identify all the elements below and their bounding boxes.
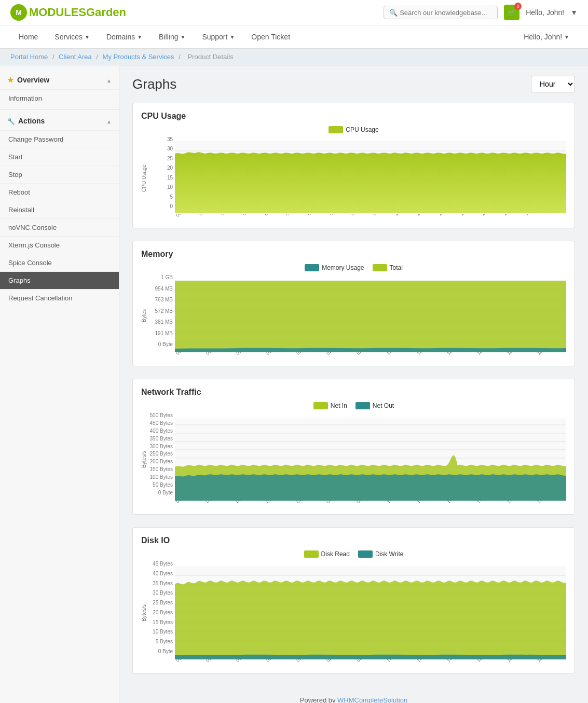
cpu-legend-color bbox=[329, 126, 343, 133]
memory-usage-legend-item: Memory Usage bbox=[305, 264, 364, 271]
diskio-svg-chart bbox=[175, 566, 566, 659]
memory-y-axis: 1 GB 954 MB 763 MB 572 MB 381 MB 191 MB … bbox=[148, 274, 175, 347]
logo-colored: Garden bbox=[86, 6, 126, 19]
user-dropdown-icon[interactable]: ▼ bbox=[570, 8, 578, 17]
nav-open-ticket[interactable]: Open Ticket bbox=[243, 25, 298, 48]
network-chart-inner: 09:24:00 09:28:00 09:32:00 09:38:00 09:4… bbox=[175, 418, 566, 506]
cpu-y-axis-label: CPU Usage bbox=[141, 164, 147, 192]
sidebar-divider1 bbox=[0, 109, 119, 109]
breadcrumb-client-area[interactable]: Client Area bbox=[59, 53, 92, 61]
diskio-chart-area: Bytes/s 45 Bytes 40 Bytes 35 Bytes 30 By… bbox=[141, 561, 566, 665]
nav-services[interactable]: Services ▼ bbox=[46, 25, 98, 48]
sidebar-item-novnc[interactable]: noVNC Console bbox=[0, 218, 119, 236]
page-title: Graphs bbox=[132, 76, 176, 92]
sidebar-item-stop[interactable]: Stop bbox=[0, 166, 119, 183]
overview-label: Overview bbox=[17, 76, 49, 84]
network-chart-area: Bytes/s 500 Bytes 450 Bytes 400 Bytes 35… bbox=[141, 412, 566, 506]
memory-chart-section: Memory Memory Usage Total Bytes 1 GB 954… bbox=[132, 241, 575, 366]
search-box[interactable] bbox=[384, 6, 498, 19]
breadcrumb-sep3: / bbox=[179, 53, 182, 61]
net-out-legend-item: Net Out bbox=[355, 402, 394, 409]
page-header: Graphs Hour Day Week Month Year bbox=[132, 76, 575, 92]
time-selector[interactable]: Hour Day Week Month Year bbox=[531, 76, 575, 92]
memory-chart-title: Memory bbox=[141, 250, 566, 259]
cpu-legend-item: CPU Usage bbox=[329, 126, 378, 133]
information-label: Information bbox=[8, 94, 42, 102]
cpu-legend-label: CPU Usage bbox=[346, 126, 378, 133]
net-out-legend-label: Net Out bbox=[373, 402, 394, 409]
net-out-legend-color bbox=[355, 402, 370, 409]
memory-total-legend-color bbox=[373, 264, 387, 271]
search-icon bbox=[389, 8, 400, 17]
memory-usage-legend-color bbox=[305, 264, 319, 271]
disk-read-legend-label: Disk Read bbox=[321, 550, 350, 558]
user-greeting: Hello, John! bbox=[526, 8, 564, 17]
cpu-chart-inner: 09:22:00 09:26:00 09:30:00 09:34:00 09:3… bbox=[175, 141, 566, 219]
search-input[interactable] bbox=[400, 9, 492, 17]
network-chart-legend: Net In Net Out bbox=[141, 402, 566, 409]
sidebar-overview-header[interactable]: Overview bbox=[0, 71, 119, 89]
disk-write-legend-color bbox=[358, 550, 373, 558]
network-chart-title: Network Traffic bbox=[141, 388, 566, 397]
nav-domains[interactable]: Domains ▼ bbox=[98, 25, 151, 48]
disk-read-legend-color bbox=[304, 550, 319, 558]
cart-button[interactable]: 🛒 0 bbox=[504, 5, 519, 20]
breadcrumb-product-details: Product Details bbox=[187, 53, 233, 61]
breadcrumb-portal-home[interactable]: Portal Home bbox=[10, 53, 48, 61]
network-chart-section: Network Traffic Net In Net Out Bytes/s 5… bbox=[132, 379, 575, 515]
sidebar-item-information[interactable]: Information bbox=[0, 89, 119, 107]
logo-bold: MODULES bbox=[29, 6, 86, 19]
actions-chevron-icon bbox=[106, 117, 112, 125]
net-in-legend-label: Net In bbox=[331, 402, 347, 409]
top-right: 🛒 0 Hello, John! ▼ bbox=[384, 5, 578, 20]
breadcrumb-sep1: / bbox=[52, 53, 56, 61]
disk-write-legend-label: Disk Write bbox=[375, 550, 403, 558]
diskio-chart-inner: 09:22:00 09:26:00 09:30:00 09:36:00 09:4… bbox=[175, 566, 566, 665]
breadcrumb-sep2: / bbox=[96, 53, 100, 61]
memory-usage-legend-label: Memory Usage bbox=[322, 264, 364, 271]
cpu-svg-chart bbox=[175, 141, 566, 213]
overview-chevron-icon bbox=[106, 76, 112, 84]
disk-read-legend-item: Disk Read bbox=[304, 550, 350, 558]
cpu-x-axis: 09:22:00 09:26:00 09:30:00 09:34:00 09:3… bbox=[175, 214, 566, 219]
actions-wrench-icon bbox=[7, 117, 15, 125]
memory-total-legend-label: Total bbox=[390, 264, 403, 271]
footer-text: Powered by bbox=[300, 696, 336, 703]
sidebar-item-reinstall[interactable]: Reinstall bbox=[0, 201, 119, 218]
diskio-chart-legend: Disk Read Disk Write bbox=[141, 550, 566, 558]
sidebar-item-graphs[interactable]: Graphs bbox=[0, 271, 119, 289]
sidebar: Overview Information Actions Change Pass… bbox=[0, 65, 119, 703]
diskio-y-axis: 45 Bytes 40 Bytes 35 Bytes 30 Bytes 25 B… bbox=[148, 561, 175, 654]
cpu-chart-area: CPU Usage 35 30 25 20 15 10 5 0 bbox=[141, 136, 566, 219]
sidebar-item-reboot[interactable]: Reboot bbox=[0, 183, 119, 201]
sidebar-item-xtermjs[interactable]: Xterm.js Console bbox=[0, 236, 119, 254]
network-y-axis-label: Bytes/s bbox=[141, 451, 147, 468]
nav-user[interactable]: Hello, John! ▼ bbox=[515, 25, 578, 48]
diskio-y-axis-label: Bytes/s bbox=[141, 604, 147, 622]
overview-star-icon bbox=[7, 76, 14, 84]
breadcrumb: Portal Home / Client Area / My Products … bbox=[0, 49, 588, 65]
main-container: Overview Information Actions Change Pass… bbox=[0, 65, 588, 703]
nav-billing[interactable]: Billing ▼ bbox=[151, 25, 194, 48]
net-in-legend-item: Net In bbox=[313, 402, 347, 409]
sidebar-item-request-cancellation[interactable]: Request Cancellation bbox=[0, 289, 119, 307]
footer-link[interactable]: WHMCompleteSolution bbox=[337, 696, 407, 703]
nav-menu: Home Services ▼ Domains ▼ Billing ▼ Supp… bbox=[0, 25, 588, 49]
greeting-nav: Hello, John! bbox=[524, 33, 562, 41]
logo: M MODULESGarden bbox=[10, 4, 126, 21]
network-svg-chart bbox=[175, 418, 566, 501]
sidebar-item-start[interactable]: Start bbox=[0, 148, 119, 166]
nav-support[interactable]: Support ▼ bbox=[194, 25, 243, 48]
sidebar-actions-header[interactable]: Actions bbox=[0, 112, 119, 130]
diskio-chart-section: Disk IO Disk Read Disk Write Bytes/s 45 … bbox=[132, 527, 575, 673]
actions-label: Actions bbox=[18, 117, 45, 125]
sidebar-item-spice[interactable]: Spice Console bbox=[0, 254, 119, 271]
sidebar-item-change-password[interactable]: Change Password bbox=[0, 130, 119, 148]
cpu-chart-legend: CPU Usage bbox=[141, 126, 566, 133]
net-in-legend-color bbox=[313, 402, 328, 409]
breadcrumb-my-products[interactable]: My Products & Services bbox=[103, 53, 174, 61]
footer: Powered by WHMCompleteSolution bbox=[132, 686, 575, 703]
cart-badge: 0 bbox=[514, 3, 522, 10]
nav-home[interactable]: Home bbox=[10, 25, 46, 48]
memory-chart-legend: Memory Usage Total bbox=[141, 264, 566, 271]
